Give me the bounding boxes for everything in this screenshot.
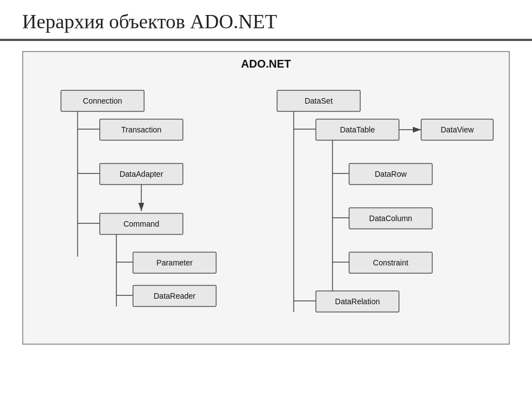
svg-text:DataRelation: DataRelation <box>335 297 380 306</box>
parameter-node: Parameter <box>133 252 216 273</box>
svg-text:DataReader: DataReader <box>154 291 196 300</box>
diagram-container: ADO.NET Connection Transaction DataAdapt… <box>22 51 510 345</box>
svg-text:DataRow: DataRow <box>375 170 407 178</box>
svg-text:Constraint: Constraint <box>373 258 408 267</box>
svg-text:DataColumn: DataColumn <box>369 214 412 223</box>
svg-text:DataAdapter: DataAdapter <box>120 170 163 178</box>
page-title: Иерархия объектов ADO.NET <box>0 0 532 39</box>
svg-text:DataSet: DataSet <box>305 96 333 105</box>
divider <box>0 39 532 41</box>
transaction-node: Transaction <box>100 119 183 140</box>
dataview-node: DataView <box>421 119 493 140</box>
diagram-title: ADO.NET <box>23 52 509 74</box>
svg-text:Command: Command <box>124 219 160 228</box>
dataadapter-node: DataAdapter <box>100 163 183 185</box>
datareader-node: DataReader <box>133 285 216 306</box>
command-node: Command <box>100 213 183 234</box>
svg-text:DataView: DataView <box>441 125 474 134</box>
dataset-node: DataSet <box>277 90 360 111</box>
svg-text:DataTable: DataTable <box>340 125 375 134</box>
connection-node: Connection <box>61 90 144 111</box>
datarelation-node: DataRelation <box>316 291 399 312</box>
diagram-svg: Connection Transaction DataAdapter Comma… <box>23 74 509 345</box>
constraint-node: Constraint <box>349 252 432 273</box>
svg-text:Connection: Connection <box>83 96 122 105</box>
svg-text:Transaction: Transaction <box>121 125 162 134</box>
datarow-node: DataRow <box>349 163 432 185</box>
datacolumn-node: DataColumn <box>349 208 432 229</box>
svg-text:Parameter: Parameter <box>156 258 193 267</box>
datatable-node: DataTable <box>316 119 399 140</box>
